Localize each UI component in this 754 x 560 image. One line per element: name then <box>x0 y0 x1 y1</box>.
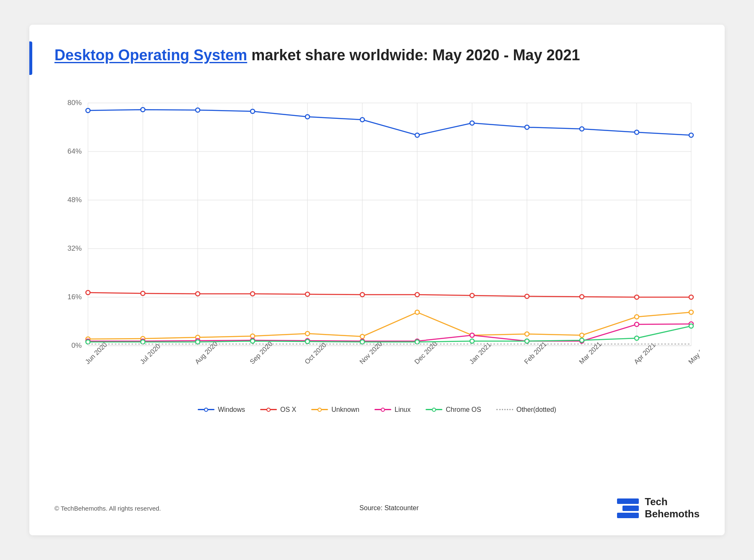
osx-dot <box>141 291 145 295</box>
legend-linux-label: Linux <box>395 406 411 414</box>
legend-other: Other(dotted) <box>496 406 556 414</box>
chart-area: 80% 64% 48% 32% 16% 0% Jun 2020 Jul 2020… <box>54 78 700 396</box>
windows-dot <box>580 127 584 131</box>
chromeos-dot <box>415 340 419 344</box>
footer-brand: TechBehemoths <box>617 496 700 520</box>
svg-text:48%: 48% <box>67 196 82 204</box>
osx-dot <box>470 293 474 298</box>
chromeos-dot <box>86 340 90 344</box>
unknown-dot <box>525 332 529 336</box>
unknown-dot <box>635 315 639 319</box>
windows-dot <box>415 133 419 137</box>
chromeos-dot <box>689 324 693 328</box>
chart-svg: 80% 64% 48% 32% 16% 0% Jun 2020 Jul 2020… <box>54 78 700 396</box>
linux-dot <box>635 322 639 326</box>
title-area: Desktop Operating System market share wo… <box>54 46 700 65</box>
windows-dot <box>86 108 90 113</box>
chromeos-dot <box>360 340 364 344</box>
footer: © TechBehemoths. All rights reserved. So… <box>54 496 700 520</box>
svg-text:Jan 2021: Jan 2021 <box>468 341 493 365</box>
svg-text:0%: 0% <box>71 342 82 349</box>
linux-line <box>88 324 691 341</box>
legend-linux: Linux <box>374 406 411 414</box>
chromeos-dot <box>525 339 529 343</box>
legend-other-label: Other(dotted) <box>516 406 556 414</box>
chromeos-dot <box>580 338 584 342</box>
title-highlight: Desktop Operating System <box>54 46 247 64</box>
footer-source: Source: Statcounter <box>359 504 418 512</box>
unknown-dot <box>360 334 364 339</box>
svg-text:Oct 2020: Oct 2020 <box>303 341 328 365</box>
osx-line <box>88 293 691 297</box>
footer-copyright: © TechBehemoths. All rights reserved. <box>54 505 161 512</box>
chromeos-dot <box>305 339 310 344</box>
windows-line <box>88 110 691 135</box>
unknown-dot <box>689 310 693 314</box>
osx-dot <box>689 295 693 299</box>
chromeos-dot <box>196 340 200 344</box>
osx-dot <box>580 295 584 299</box>
osx-dot <box>196 292 200 296</box>
windows-dot <box>635 130 639 134</box>
osx-dot <box>635 295 639 299</box>
main-card: Desktop Operating System market share wo… <box>29 25 725 535</box>
accent-bar <box>29 41 32 75</box>
windows-dot <box>470 121 474 125</box>
windows-dot <box>525 125 529 129</box>
svg-text:80%: 80% <box>67 99 82 107</box>
svg-text:32%: 32% <box>67 244 82 252</box>
windows-dot <box>360 118 364 122</box>
unknown-dot <box>415 310 419 314</box>
chromeos-dot <box>635 336 639 340</box>
linux-dot <box>470 333 474 337</box>
svg-text:Apr 2021: Apr 2021 <box>633 341 657 365</box>
chromeos-dot <box>250 339 255 343</box>
osx-dot <box>525 294 529 298</box>
legend-osx: OS X <box>260 406 296 414</box>
osx-dot <box>360 293 364 297</box>
chart-legend: Windows OS X Unknown Linux Chrome OS <box>54 406 700 414</box>
legend-unknown: Unknown <box>311 406 359 414</box>
windows-dot <box>141 108 145 112</box>
legend-windows: Windows <box>198 406 245 414</box>
title-rest: market share worldwide: May 2020 - May 2… <box>247 46 580 64</box>
chromeos-dot <box>141 340 145 344</box>
page-title: Desktop Operating System market share wo… <box>54 46 700 65</box>
osx-dot <box>415 293 419 297</box>
legend-osx-label: OS X <box>280 406 296 414</box>
windows-dot <box>689 133 693 137</box>
unknown-dot <box>250 334 255 338</box>
svg-text:May 2021: May 2021 <box>687 339 700 365</box>
legend-unknown-label: Unknown <box>331 406 359 414</box>
legend-windows-label: Windows <box>218 406 245 414</box>
osx-dot <box>86 290 90 295</box>
legend-chromeos-label: Chrome OS <box>446 406 481 414</box>
svg-text:64%: 64% <box>67 147 82 155</box>
unknown-dot <box>580 333 584 337</box>
svg-text:16%: 16% <box>67 293 82 301</box>
legend-chromeos: Chrome OS <box>426 406 481 414</box>
svg-text:Jun 2020: Jun 2020 <box>84 341 108 365</box>
windows-dot <box>305 115 310 119</box>
osx-dot <box>250 292 255 296</box>
osx-dot <box>305 292 310 296</box>
chromeos-dot <box>470 339 474 343</box>
windows-dot <box>196 108 200 112</box>
unknown-dot <box>305 331 310 336</box>
windows-dot <box>250 109 255 113</box>
